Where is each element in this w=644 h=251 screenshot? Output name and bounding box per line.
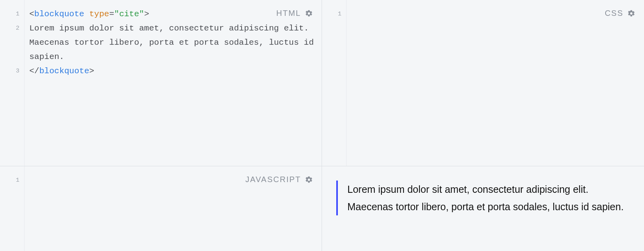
line-number: 1 xyxy=(322,7,346,21)
output-blockquote: Lorem ipsum dolor sit amet, consectetur … xyxy=(336,181,630,215)
panel-label-text: CSS xyxy=(605,9,623,18)
line-number: 1 xyxy=(0,173,24,188)
panel-label-text: HTML xyxy=(276,9,301,18)
panel-label-text: JAVASCRIPT xyxy=(246,175,301,184)
line-number: 3 xyxy=(0,64,24,78)
css-editor[interactable] xyxy=(347,0,644,166)
js-panel-label: JAVASCRIPT xyxy=(246,175,313,184)
html-editor[interactable]: <blockquote type="cite"> Lorem ipsum dol… xyxy=(25,0,322,166)
gear-icon[interactable] xyxy=(627,10,635,17)
js-pane: 1 JAVASCRIPT xyxy=(0,166,322,251)
line-number: 1 xyxy=(0,7,24,21)
line-number: 2 xyxy=(0,21,24,64)
html-gutter: 1 2 3 xyxy=(0,0,25,166)
output-pane: Lorem ipsum dolor sit amet, consectetur … xyxy=(322,166,644,251)
gear-icon[interactable] xyxy=(305,10,313,17)
js-gutter: 1 xyxy=(0,166,25,251)
output-blockquote-text: Lorem ipsum dolor sit amet, consectetur … xyxy=(347,184,624,212)
css-pane: 1 CSS xyxy=(322,0,644,166)
gear-icon[interactable] xyxy=(305,176,313,184)
css-panel-label: CSS xyxy=(605,9,635,18)
code-text: Lorem ipsum dolor sit amet, consectetur … xyxy=(29,24,319,61)
html-panel-label: HTML xyxy=(276,9,313,18)
html-pane: 1 2 3 <blockquote type="cite"> Lorem ips… xyxy=(0,0,322,166)
editor-grid: 1 2 3 <blockquote type="cite"> Lorem ips… xyxy=(0,0,644,251)
css-gutter: 1 xyxy=(322,0,347,166)
